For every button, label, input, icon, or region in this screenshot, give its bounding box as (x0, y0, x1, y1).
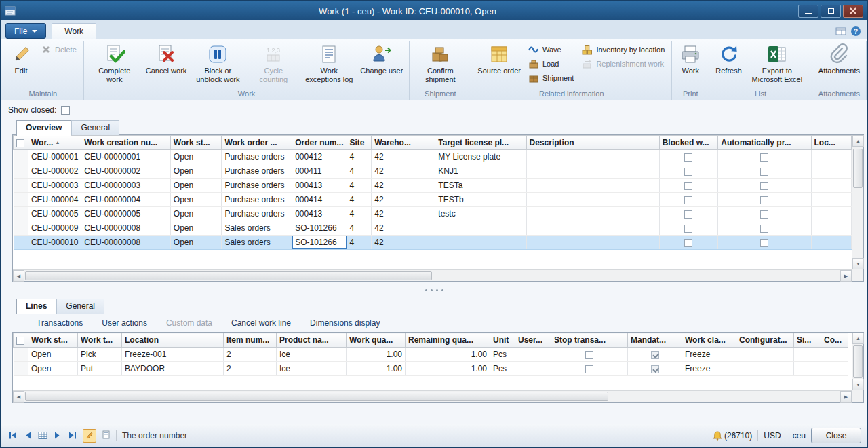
tab-lines-general[interactable]: General (56, 299, 104, 314)
grid-cell[interactable]: Freeze (682, 362, 736, 376)
grid-cell[interactable]: Pcs (490, 348, 515, 362)
checkbox[interactable] (760, 168, 768, 176)
grid-cell[interactable] (628, 362, 682, 376)
grid-cell[interactable] (659, 164, 718, 179)
grid-cell[interactable] (794, 362, 821, 376)
tab-work[interactable]: Work (52, 23, 96, 39)
grid-cell[interactable]: 000414 (292, 193, 347, 207)
scroll-up-icon[interactable]: ▲ (852, 333, 864, 344)
select-all-header[interactable] (14, 136, 28, 150)
scroll-right-icon[interactable]: ▶ (840, 270, 852, 282)
window-layout-button[interactable] (835, 26, 846, 37)
column-header[interactable]: Automatically pr... (718, 136, 811, 150)
attachments-button[interactable]: Attachments (815, 41, 863, 75)
row-selector[interactable] (14, 150, 28, 164)
grid-cell[interactable]: Open (170, 193, 222, 207)
grid-cell[interactable]: CEU-000005 (28, 207, 81, 221)
checkbox[interactable] (585, 365, 593, 373)
column-header[interactable]: Work t... (78, 333, 122, 348)
column-header[interactable]: Stop transa... (551, 333, 628, 348)
grid-cell[interactable]: 2 (224, 362, 277, 376)
column-header[interactable]: Unit (490, 333, 515, 348)
grid-cell[interactable]: Open (170, 221, 222, 236)
grid-cell[interactable] (659, 221, 718, 236)
grid-cell[interactable] (526, 236, 659, 250)
shipment-button[interactable]: Shipment (526, 72, 576, 84)
column-header[interactable]: Si... (794, 333, 821, 348)
column-header[interactable]: Work qua... (347, 333, 406, 348)
table-row[interactable]: CEU-000005CEU-00000005OpenPurchase order… (14, 207, 852, 221)
checkbox[interactable] (684, 153, 692, 162)
grid-cell[interactable]: 1.00 (347, 348, 406, 362)
grid-cell[interactable] (736, 362, 794, 376)
grid-cell[interactable]: Open (170, 150, 222, 164)
grid-cell[interactable] (821, 348, 848, 362)
grid-cell[interactable]: Purchase orders (222, 193, 292, 207)
scroll-right-icon[interactable]: ▶ (840, 391, 852, 403)
checkbox[interactable] (760, 225, 768, 233)
grid-cell[interactable]: Ice (277, 348, 347, 362)
scrollbar-thumb[interactable] (853, 345, 863, 378)
row-selector[interactable] (14, 164, 28, 179)
source-order-button[interactable]: Source order (474, 41, 524, 75)
grid-cell[interactable]: Freeze-001 (122, 348, 224, 362)
grid-cell[interactable]: Purchase orders (222, 207, 292, 221)
grid-cell[interactable] (526, 164, 659, 179)
grid-view-button[interactable] (38, 431, 47, 440)
column-header[interactable]: Blocked w... (659, 136, 718, 150)
company-indicator[interactable]: ceu (793, 431, 806, 441)
grid-cell[interactable]: CEU-000010 (28, 236, 81, 250)
column-header[interactable]: Target license pl... (435, 136, 526, 150)
grid-cell[interactable]: 1.00 (406, 362, 490, 376)
grid-cell[interactable] (551, 348, 628, 362)
grid-cell[interactable]: 4 (347, 179, 372, 193)
grid-cell[interactable]: TESTb (435, 193, 526, 207)
grid-cell[interactable] (811, 236, 851, 250)
grid-cell[interactable]: KNJ1 (435, 164, 526, 179)
grid-cell[interactable]: 4 (347, 193, 372, 207)
grid-cell[interactable] (659, 179, 718, 193)
checkbox[interactable] (651, 351, 659, 359)
scroll-down-icon[interactable]: ▼ (852, 379, 864, 390)
grid-cell[interactable]: 4 (347, 150, 372, 164)
grid-cell[interactable] (435, 236, 526, 250)
help-button[interactable]: ? (850, 26, 861, 37)
grid-cell[interactable] (811, 164, 851, 179)
grid-cell[interactable]: Open (170, 207, 222, 221)
table-row[interactable]: CEU-000009CEU-00000008OpenSales ordersSO… (14, 221, 852, 236)
grid-cell[interactable]: 42 (372, 207, 435, 221)
grid-cell[interactable] (435, 221, 526, 236)
edit-mode-button[interactable] (83, 429, 96, 443)
file-menu-button[interactable]: File (5, 23, 46, 39)
grid-cell[interactable]: 4 (347, 207, 372, 221)
grid-cell[interactable]: Pcs (490, 362, 515, 376)
grid-cell[interactable]: 4 (347, 164, 372, 179)
overview-vertical-scrollbar[interactable]: ▲ ▼ (852, 135, 863, 269)
wave-button[interactable]: Wave (526, 43, 576, 56)
checkbox[interactable] (684, 182, 692, 190)
scrollbar-thumb[interactable] (853, 149, 863, 188)
column-header[interactable]: Work st... (170, 136, 222, 150)
grid-cell[interactable]: Open (170, 164, 222, 179)
next-record-button[interactable] (53, 431, 62, 440)
column-header[interactable]: Description (526, 136, 659, 150)
column-header[interactable]: Site (347, 136, 372, 150)
row-selector[interactable] (14, 362, 28, 376)
overview-horizontal-scrollbar[interactable]: ◀ ▶ (13, 269, 852, 281)
grid-cell[interactable]: Sales orders (222, 221, 292, 236)
work-exceptions-log-button[interactable]: Work exceptions log (301, 41, 357, 83)
row-selector[interactable] (14, 207, 28, 221)
grid-cell[interactable] (628, 348, 682, 362)
column-header[interactable]: Configurat... (736, 333, 794, 348)
column-header[interactable]: Work st... (28, 333, 78, 348)
complete-work-button[interactable]: Complete work (87, 41, 142, 83)
checkbox[interactable] (760, 239, 768, 247)
previous-record-button[interactable] (23, 431, 33, 440)
grid-cell[interactable] (718, 193, 811, 207)
column-header[interactable]: Wor...▲ (28, 136, 81, 150)
checkbox[interactable] (684, 225, 692, 233)
column-header[interactable]: Mandat... (628, 333, 682, 348)
checkbox[interactable] (760, 182, 768, 190)
refresh-button[interactable]: Refresh (712, 41, 745, 75)
grid-cell[interactable] (811, 193, 851, 207)
